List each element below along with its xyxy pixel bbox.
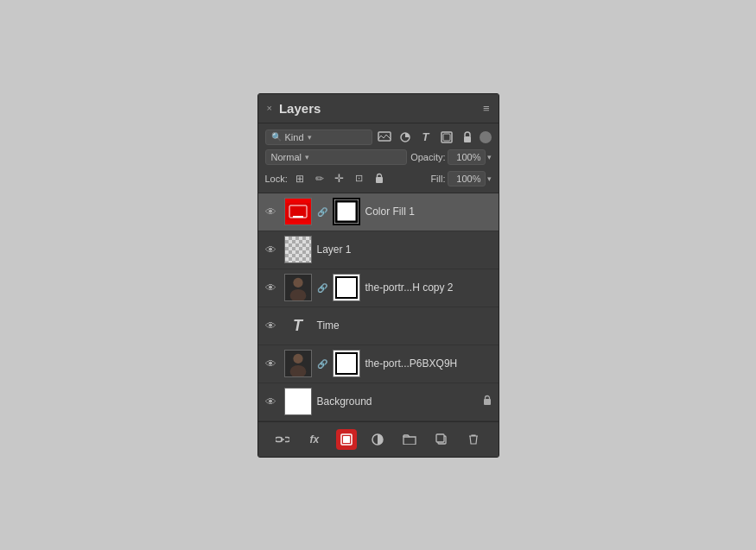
layer-thumb-portrait <box>284 350 312 377</box>
chain-icon: 🔗 <box>317 207 327 217</box>
lock-move-icon[interactable]: ✛ <box>331 170 348 187</box>
blend-opacity-row: Normal ▾ Opacity: 100% ▾ <box>265 149 492 165</box>
fill-group: Fill: 100% ▾ <box>430 171 491 186</box>
adjustment-layer-button[interactable] <box>367 429 388 450</box>
filter-lock-icon[interactable] <box>459 129 476 146</box>
layer-item[interactable]: 👁 Background <box>258 383 499 421</box>
svg-rect-26 <box>436 434 444 442</box>
panel-footer: fx <box>258 421 499 457</box>
fill-chevron[interactable]: ▾ <box>487 174 492 183</box>
layer-item[interactable]: 👁 🔗 Color Fill 1 <box>258 193 499 231</box>
filter-shape-icon[interactable] <box>438 129 455 146</box>
layer-mask-thumb <box>333 350 360 377</box>
blend-chevron: ▾ <box>305 153 309 161</box>
link-button[interactable] <box>272 429 293 450</box>
layer-name: Layer 1 <box>317 243 492 256</box>
lock-paint-icon[interactable]: ✏ <box>311 170 328 187</box>
fx-button[interactable]: fx <box>304 429 325 450</box>
new-layer-record-button[interactable] <box>336 429 357 450</box>
opacity-label: Opacity: <box>410 152 445 162</box>
svg-rect-5 <box>376 177 383 183</box>
filter-adjust-icon[interactable] <box>397 129 414 146</box>
layer-item[interactable]: 👁 T Time <box>258 307 499 345</box>
panel-title: Layers <box>272 101 483 116</box>
opacity-chevron[interactable]: ▾ <box>487 153 492 161</box>
svg-rect-4 <box>464 136 471 142</box>
filter-circle-btn[interactable] <box>480 131 492 143</box>
layers-list: 👁 🔗 Color Fill 1 👁 Layer 1 👁 🔗 <box>258 193 499 421</box>
filter-image-icon[interactable] <box>376 129 393 146</box>
blend-mode-value: Normal <box>271 152 302 162</box>
panel-titlebar: × Layers ≡ <box>258 94 499 123</box>
visibility-icon[interactable]: 👁 <box>265 281 279 294</box>
visibility-icon[interactable]: 👁 <box>265 205 279 218</box>
fx-label: fx <box>309 433 319 446</box>
layer-item[interactable]: 👁 🔗 the-port...P6BXQ9H <box>258 345 499 383</box>
lock-row: Lock: ⊞ ✏ ✛ ⊡ Fill: 100% ▾ <box>265 168 492 189</box>
layer-thumb-white <box>284 388 312 415</box>
fill-label: Fill: <box>430 174 445 184</box>
layer-name: Background <box>317 395 478 408</box>
lock-icons: ⊞ ✏ ✛ ⊡ <box>291 170 388 187</box>
layer-lock-icon <box>483 395 492 408</box>
panel-controls: 🔍 Kind ▾ T Normal <box>258 123 499 193</box>
visibility-icon[interactable]: 👁 <box>265 319 279 332</box>
svg-point-17 <box>293 354 302 364</box>
new-group-button[interactable] <box>399 429 420 450</box>
layer-item[interactable]: 👁 Layer 1 <box>258 231 499 269</box>
layer-type-indicator: T <box>284 312 312 339</box>
kind-label: Kind <box>285 132 304 142</box>
svg-rect-3 <box>443 134 450 141</box>
layer-thumb-checker <box>284 236 312 263</box>
visibility-icon[interactable]: 👁 <box>265 395 279 408</box>
svg-point-12 <box>293 278 302 288</box>
svg-rect-23 <box>343 436 350 443</box>
text-type-icon: T <box>293 317 302 335</box>
svg-rect-19 <box>334 351 359 376</box>
visibility-icon[interactable]: 👁 <box>265 243 279 256</box>
lock-label: Lock: <box>265 174 288 184</box>
layers-panel: × Layers ≡ 🔍 Kind ▾ T <box>257 93 499 458</box>
visibility-icon[interactable]: 👁 <box>265 357 279 370</box>
layer-thumb-color <box>284 198 312 225</box>
layer-thumb-portrait <box>284 274 312 301</box>
duplicate-layer-button[interactable] <box>431 429 452 450</box>
opacity-value[interactable]: 100% <box>448 149 486 165</box>
blend-mode-dropdown[interactable]: Normal ▾ <box>265 149 408 165</box>
chain-icon: 🔗 <box>317 359 327 369</box>
layer-name: the-port...P6BXQ9H <box>365 357 492 370</box>
chain-icon: 🔗 <box>317 283 327 293</box>
lock-checkerboard-icon[interactable]: ⊞ <box>291 170 308 187</box>
layer-name: Time <box>317 319 492 332</box>
opacity-group: Opacity: 100% ▾ <box>410 149 491 165</box>
layer-name: Color Fill 1 <box>365 205 492 218</box>
layer-name: the-portr...H copy 2 <box>365 281 492 294</box>
delete-layer-button[interactable] <box>463 429 484 450</box>
svg-rect-14 <box>334 275 359 300</box>
kind-chevron: ▾ <box>308 133 312 142</box>
kind-dropdown[interactable]: 🔍 Kind ▾ <box>265 130 372 145</box>
fill-value[interactable]: 100% <box>448 171 486 186</box>
svg-rect-9 <box>334 199 359 224</box>
panel-menu-icon[interactable]: ≡ <box>483 102 490 115</box>
layer-mask-thumb <box>333 198 360 225</box>
filter-text-icon[interactable]: T <box>417 129 435 146</box>
layer-mask-thumb <box>333 274 360 301</box>
svg-rect-21 <box>484 399 491 405</box>
layer-item[interactable]: 👁 🔗 the-portr...H copy 2 <box>258 269 499 307</box>
kind-row: 🔍 Kind ▾ T <box>265 129 492 146</box>
lock-artboard-icon[interactable]: ⊡ <box>351 170 368 187</box>
lock-all-icon[interactable] <box>371 170 388 187</box>
